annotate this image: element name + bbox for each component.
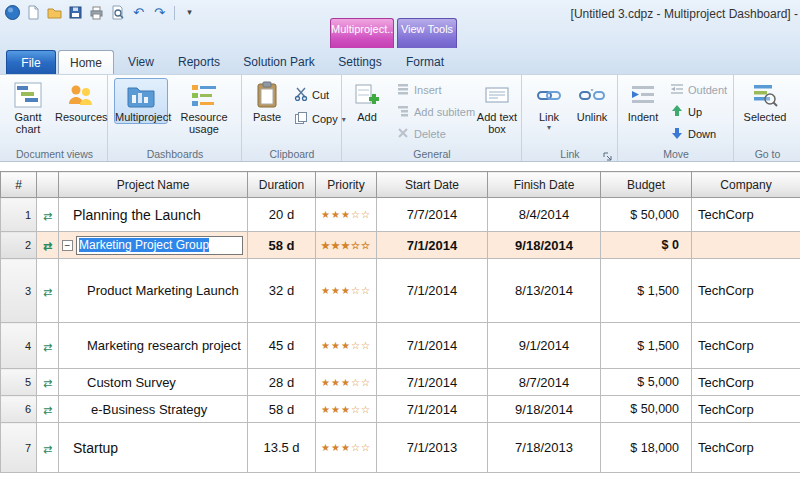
finish-date-cell[interactable]: 8/13/2014 xyxy=(488,259,601,323)
header-start-date[interactable]: Start Date xyxy=(377,172,488,198)
header-finish-date[interactable]: Finish Date xyxy=(488,172,601,198)
header-budget[interactable]: Budget xyxy=(601,172,692,198)
project-name-cell[interactable]: Planning the Launch xyxy=(59,198,248,232)
header-project-name[interactable]: Project Name xyxy=(59,172,248,198)
finish-date-cell[interactable]: 8/4/2014 xyxy=(488,198,601,232)
row-number[interactable]: 6 xyxy=(1,396,37,423)
tab-view[interactable]: View xyxy=(116,50,166,74)
project-name-cell[interactable]: Product Marketing Launch xyxy=(59,259,248,323)
name-edit-field[interactable]: Marketing Project Group xyxy=(76,236,243,255)
cut-button[interactable]: Cut xyxy=(291,85,339,105)
duration-cell[interactable]: 20 d xyxy=(248,198,316,232)
project-name-cell[interactable]: e-Business Strategy xyxy=(59,396,248,423)
task-type-cell[interactable]: ⇄ xyxy=(37,232,59,259)
task-type-cell[interactable]: ⇄ xyxy=(37,369,59,396)
add-button[interactable]: Add xyxy=(347,78,387,124)
task-type-cell[interactable]: ⇄ xyxy=(37,396,59,423)
task-type-cell[interactable]: ⇄ xyxy=(37,198,59,232)
priority-cell[interactable]: ★★★☆☆ xyxy=(316,369,377,396)
header-priority[interactable]: Priority xyxy=(316,172,377,198)
finish-date-cell[interactable]: 8/7/2014 xyxy=(488,369,601,396)
paste-button[interactable]: Paste xyxy=(247,78,287,124)
copy-button[interactable]: Copy ▾ xyxy=(291,109,339,129)
add-subitem-button[interactable]: Add subitem xyxy=(393,102,473,122)
tab-format[interactable]: Format xyxy=(396,50,454,74)
priority-cell[interactable]: ★★★☆☆ xyxy=(316,198,377,232)
duration-cell[interactable]: 45 d xyxy=(248,323,316,369)
collapse-expander-icon[interactable]: − xyxy=(62,240,73,251)
task-type-cell[interactable]: ⇄ xyxy=(37,259,59,323)
row-number[interactable]: 4 xyxy=(1,323,37,369)
company-cell[interactable]: TechCorp xyxy=(692,423,800,473)
budget-cell[interactable]: $ 5,000 xyxy=(601,369,692,396)
tab-file[interactable]: File xyxy=(6,50,56,74)
row-number[interactable]: 3 xyxy=(1,259,37,323)
app-icon[interactable] xyxy=(4,4,21,21)
down-button[interactable]: Down xyxy=(667,124,729,144)
budget-cell[interactable]: $ 18,000 xyxy=(601,423,692,473)
header-row-number[interactable]: # xyxy=(1,172,37,198)
priority-cell[interactable]: ★★★☆☆ xyxy=(316,423,377,473)
company-cell[interactable] xyxy=(692,232,800,259)
row-number[interactable]: 1 xyxy=(1,198,37,232)
tab-home[interactable]: Home xyxy=(58,50,114,74)
header-duration[interactable]: Duration xyxy=(248,172,316,198)
resource-usage-button[interactable]: Resource usage xyxy=(172,78,236,136)
duration-cell[interactable]: 28 d xyxy=(248,369,316,396)
finish-date-cell[interactable]: 7/18/2013 xyxy=(488,423,601,473)
header-type[interactable] xyxy=(37,172,59,198)
row-number[interactable]: 5 xyxy=(1,369,37,396)
print-icon[interactable] xyxy=(88,4,105,21)
tab-reports[interactable]: Reports xyxy=(168,50,230,74)
row-number[interactable]: 7 xyxy=(1,423,37,473)
duration-cell[interactable]: 58 d xyxy=(248,396,316,423)
indent-button[interactable]: Indent xyxy=(622,78,664,124)
start-date-cell[interactable]: 7/1/2014 xyxy=(377,232,488,259)
undo-icon[interactable]: ↶ xyxy=(130,4,147,21)
finish-date-cell[interactable]: 9/18/2014 xyxy=(488,396,601,423)
save-icon[interactable] xyxy=(67,4,84,21)
start-date-cell[interactable]: 7/7/2014 xyxy=(377,198,488,232)
company-cell[interactable]: TechCorp xyxy=(692,369,800,396)
redo-icon[interactable]: ↷ xyxy=(151,4,168,21)
project-name-cell[interactable]: Custom Survey xyxy=(59,369,248,396)
priority-cell[interactable]: ★★★☆☆ xyxy=(316,232,377,259)
row-number[interactable]: 2 xyxy=(1,232,37,259)
insert-button[interactable]: Insert xyxy=(393,80,473,100)
duration-cell[interactable]: 13.5 d xyxy=(248,423,316,473)
duration-cell[interactable]: 58 d xyxy=(248,232,316,259)
selected-button[interactable]: Selected xyxy=(738,78,792,124)
project-name-cell-editing[interactable]: − Marketing Project Group xyxy=(59,232,248,259)
budget-cell[interactable]: $ 50,000 xyxy=(601,396,692,423)
duration-cell[interactable]: 32 d xyxy=(248,259,316,323)
outdent-button[interactable]: Outdent xyxy=(667,80,729,100)
company-cell[interactable]: TechCorp xyxy=(692,323,800,369)
budget-cell[interactable]: $ 1,500 xyxy=(601,259,692,323)
resources-button[interactable]: Resources xyxy=(54,78,106,124)
start-date-cell[interactable]: 7/1/2014 xyxy=(377,259,488,323)
budget-cell[interactable]: $ 0 xyxy=(601,232,692,259)
priority-cell[interactable]: ★★★☆☆ xyxy=(316,323,377,369)
customize-quick-access-icon[interactable]: ▾ xyxy=(181,4,198,21)
company-cell[interactable]: TechCorp xyxy=(692,259,800,323)
start-date-cell[interactable]: 7/1/2013 xyxy=(377,423,488,473)
task-type-cell[interactable]: ⇄ xyxy=(37,323,59,369)
company-cell[interactable]: TechCorp xyxy=(692,396,800,423)
multiproject-button[interactable]: Multiproject xyxy=(114,78,168,124)
add-text-box-button[interactable]: Add text box xyxy=(475,78,519,136)
header-company[interactable]: Company xyxy=(692,172,800,198)
start-date-cell[interactable]: 7/1/2014 xyxy=(377,396,488,423)
start-date-cell[interactable]: 7/1/2014 xyxy=(377,369,488,396)
unlink-button[interactable]: Unlink xyxy=(571,78,613,124)
delete-button[interactable]: Delete xyxy=(393,124,473,144)
link-button[interactable]: Link ▾ xyxy=(531,78,567,133)
project-name-cell[interactable]: Startup xyxy=(59,423,248,473)
project-name-cell[interactable]: Marketing research project xyxy=(59,323,248,369)
finish-date-cell[interactable]: 9/18/2014 xyxy=(488,232,601,259)
budget-cell[interactable]: $ 50,000 xyxy=(601,198,692,232)
tab-solution-park[interactable]: Solution Park xyxy=(232,50,326,74)
up-button[interactable]: Up xyxy=(667,102,729,122)
start-date-cell[interactable]: 7/1/2014 xyxy=(377,323,488,369)
priority-cell[interactable]: ★★★☆☆ xyxy=(316,259,377,323)
gantt-chart-button[interactable]: Gantt chart xyxy=(4,78,52,136)
